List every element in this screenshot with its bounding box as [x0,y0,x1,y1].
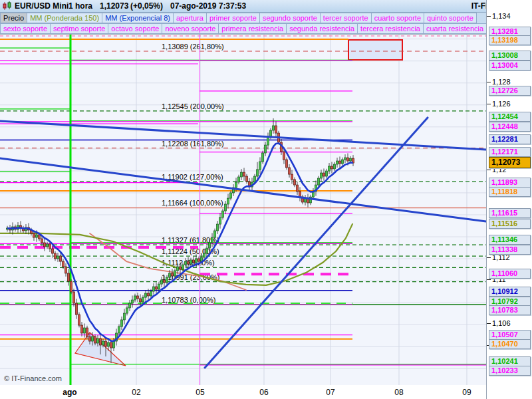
candle-body [177,267,179,271]
candle-body [92,336,94,341]
candle-body [142,297,144,302]
candle-body [254,176,256,182]
price-level-box: 1,10241 [489,356,531,366]
price-level-box: 1,11615 [489,208,531,218]
candle-body [259,162,261,170]
price-level-box: 1,13004 [489,61,531,70]
price-axis[interactable]: 1,1341,1281,1261,121,1121,111,1061,1041,… [486,0,532,399]
candle-body [342,160,344,164]
candle-body [105,341,107,346]
candle-body [198,259,200,261]
time-axis-label-08: 08 [394,388,403,397]
candle-body [89,336,91,341]
legend-row1-item-5[interactable]: segundo soporte [260,13,321,23]
candle-body [262,153,264,162]
candle-body [230,193,232,198]
price-level-box: 1,10470 [489,339,531,349]
indicator-legend-row-2: sexto soporteseptimo soporteoctavo sopor… [0,23,486,34]
price-axis-label: 1,126 [492,100,511,108]
candle-body [97,338,99,343]
candle-body [78,315,80,325]
candle-body [321,173,323,178]
candle-body [84,328,86,333]
supply-zone-box[interactable] [348,40,402,60]
price-level-box: 1,10233 [489,366,531,376]
candle-body [132,300,134,303]
legend-row1-item-3[interactable]: apertura [174,13,207,23]
candle-body [347,158,349,161]
candle-body [219,217,221,224]
candle-body [275,126,277,133]
price-level-box: 1,11338 [489,245,531,255]
candle-body [350,158,352,161]
chart-plot-area[interactable]: 1,13089 (261,80%)1,12545 (200,00%)1,1220… [0,34,486,386]
candle-body [153,287,155,291]
candle-body [70,281,72,292]
time-axis-label-09: 09 [462,388,471,397]
price-level-box: 1,11346 [489,235,531,245]
price-level-box: 1,13198 [489,35,531,45]
candle-body [294,180,296,185]
legend-row1-item-7[interactable]: cuarto soporte [372,13,424,23]
candle-body [174,271,176,276]
legend-row2-item-3[interactable]: noveno soporte [162,23,219,34]
fib-level-label: 1,13089 (261,80%) [162,43,224,51]
axis-tick [487,323,491,324]
candle-body [49,244,51,249]
legend-row2-item-1[interactable]: septimo soporte [51,23,108,34]
price-level-box: 1,12281 [489,134,531,144]
candle-body [41,239,43,243]
candle-body [57,256,59,259]
time-axis[interactable]: ago020506070809 [0,385,486,399]
candle-body [126,308,128,313]
legend-row2-item-7[interactable]: cuarta resistencia [424,23,486,34]
candle-body [273,126,275,130]
price-level-box: 1,11516 [489,219,531,229]
title-bar: EUR/USD Mini 1 hora 1,12073 (+0,05%) 07-… [0,0,532,13]
candle-body [81,325,83,333]
legend-row2-item-6[interactable]: tercera resistencia [358,23,424,34]
price-level-box: 1,10912 [489,287,531,297]
candle-body [214,231,216,237]
candle-body [323,173,325,176]
candlestick-chart[interactable]: 1,13089 (261,80%)1,12545 (200,00%)1,1220… [0,35,486,385]
quote-datetime: 07-ago-2019 7:37:53 [170,1,246,11]
candle-body [140,299,142,302]
legend-row1-item-4[interactable]: primer soporte [207,13,260,23]
symbol-name: EUR/USD Mini [15,1,68,11]
candle-body [235,182,237,188]
price-level-box: 1,12171 [489,147,531,157]
candle-body [164,280,166,283]
timeframe-label: 1 hora [68,1,92,11]
legend-row2-item-2[interactable]: octavo soporte [108,23,162,34]
legend-row2-item-5[interactable]: segunda resistencia [287,23,358,34]
candle-body [238,177,240,182]
price-level-box: 1,12454 [489,112,531,122]
candle-body [63,261,65,267]
price-level-box: 1,10507 [489,330,531,340]
candle-body [169,273,171,277]
candle-body [286,160,288,168]
price-axis-label: 1,106 [492,319,511,327]
candle-body [47,244,49,247]
candle-body [156,287,158,289]
candle-body [76,303,78,315]
price-axis-label: 1,134 [492,12,511,20]
candle-body [166,277,168,283]
candlestick-icon [2,1,12,13]
legend-row1-item-8[interactable]: quinto soporte [424,13,477,23]
price-level-box: 1,11060 [489,269,531,279]
candle-body [100,338,102,345]
candle-body [326,171,328,176]
legend-row1-item-2[interactable]: MM (Exponencial 8) [102,13,174,23]
legend-row1-item-6[interactable]: tercer soporte [321,13,372,23]
candle-body [118,327,120,333]
candle-body [193,260,195,263]
legend-row2-item-0[interactable]: sexto soporte [0,23,51,34]
candle-body [211,237,213,243]
legend-row1-item-1[interactable]: MM (Ponderada 150) [27,13,102,23]
candle-body [227,198,229,204]
legend-row1-item-0[interactable]: Precio [0,13,27,23]
legend-row2-item-4[interactable]: primera resistencia [219,23,287,34]
axis-tick [487,104,491,104]
